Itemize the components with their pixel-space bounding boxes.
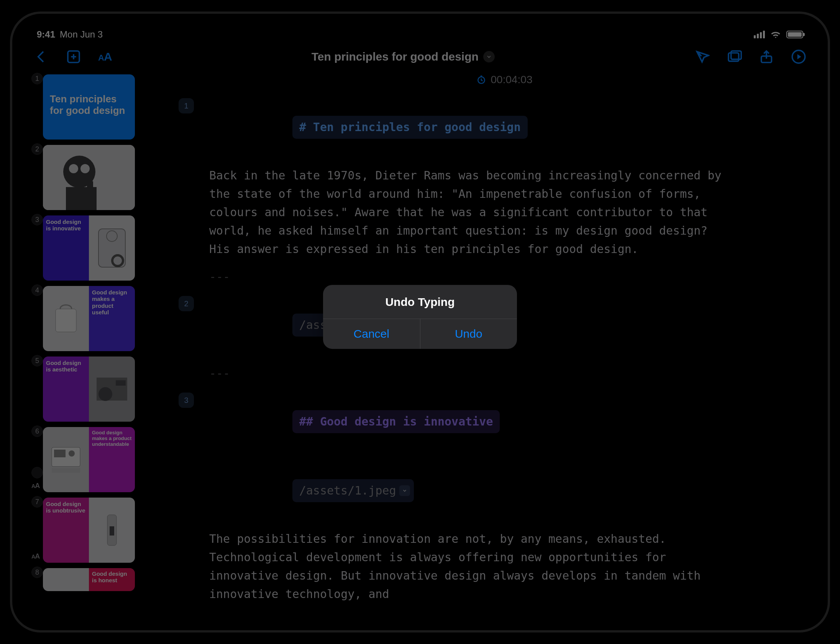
paragraph-text[interactable]: Back in the late 1970s, Dieter Rams was … <box>209 166 730 258</box>
status-date: Mon Jun 3 <box>60 29 103 40</box>
share-button[interactable] <box>759 49 774 64</box>
slide-badge <box>31 467 43 478</box>
toolbar: AA Ten principles for good design <box>25 42 815 71</box>
svg-rect-13 <box>87 181 93 197</box>
slide-number: 3 <box>31 214 43 225</box>
svg-point-11 <box>80 164 90 173</box>
slide-number: 6 <box>31 426 43 437</box>
document-title: Ten principles for good design <box>312 50 479 63</box>
cellular-signal-icon <box>754 31 765 38</box>
portrait-image <box>43 145 135 210</box>
dialog-title: Undo Typing <box>323 285 517 319</box>
document-title-button[interactable]: Ten principles for good design <box>127 50 679 63</box>
text-badge-icon: AA <box>31 482 39 490</box>
slide-thumbnail[interactable]: 3 Good design is innovative <box>33 215 152 281</box>
heading-1[interactable]: # Ten principles for good design <box>292 116 528 139</box>
slide-number: 8 <box>31 567 43 578</box>
slide-number: 7 <box>31 496 43 508</box>
slide-thumbnail[interactable]: 7 AA Good design is unobtrusive <box>33 498 152 563</box>
slide-thumbnail[interactable]: 2 <box>33 145 152 210</box>
wifi-icon <box>770 30 781 39</box>
svg-marker-7 <box>797 54 801 59</box>
svg-rect-17 <box>56 309 76 332</box>
slide-thumbnail[interactable]: 6 AA Good design makes a product underst… <box>33 427 152 492</box>
block-number: 2 <box>179 296 194 311</box>
svg-rect-20 <box>116 380 126 386</box>
chevron-down-icon[interactable] <box>399 485 410 496</box>
horizontal-rule[interactable]: --- <box>209 364 799 383</box>
text-format-button[interactable]: AA <box>98 50 112 63</box>
slide-thumbnail[interactable]: 5 Good design is aesthetic <box>33 356 152 422</box>
block-number: 3 <box>179 393 194 408</box>
chevron-down-icon <box>483 51 495 62</box>
slide-number: 1 <box>31 73 43 84</box>
block-number: 1 <box>179 98 194 113</box>
slide-number: 4 <box>31 284 43 296</box>
clock-icon <box>476 75 486 85</box>
media-button[interactable] <box>727 49 742 64</box>
slide-thumbnail[interactable]: 4 Good design makes a product useful <box>33 286 152 351</box>
play-button[interactable] <box>791 49 806 64</box>
undo-button[interactable]: Undo <box>420 319 517 349</box>
svg-point-24 <box>69 450 75 457</box>
text-badge-icon: AA <box>31 552 39 560</box>
status-indicators <box>754 30 803 39</box>
slide-number: 2 <box>31 143 43 155</box>
svg-point-19 <box>98 387 112 401</box>
undo-dialog: Undo Typing Cancel Undo <box>323 285 517 349</box>
presentation-timer[interactable]: 00:04:03 <box>209 74 799 86</box>
svg-point-10 <box>69 164 78 173</box>
slide-number: 5 <box>31 355 43 366</box>
paragraph-text[interactable]: The possibilities for innovation are not… <box>209 530 730 603</box>
svg-rect-26 <box>110 526 114 536</box>
cancel-button[interactable]: Cancel <box>323 319 420 349</box>
horizontal-rule[interactable]: --- <box>209 268 799 286</box>
themes-button[interactable] <box>694 49 710 64</box>
battery-icon <box>786 31 803 38</box>
timer-value: 00:04:03 <box>491 74 533 86</box>
svg-rect-22 <box>52 468 80 473</box>
heading-2[interactable]: ## Good design is innovative <box>292 410 500 433</box>
status-bar: 9:41 Mon Jun 3 <box>25 27 815 42</box>
slide-navigator[interactable]: 1 Ten principles for good design 2 <box>25 71 156 617</box>
add-slide-button[interactable] <box>66 49 81 64</box>
status-time: 9:41 <box>37 29 55 40</box>
back-button[interactable] <box>34 49 49 64</box>
asset-reference[interactable]: /assets/1.jpeg <box>292 479 414 502</box>
slide-thumbnail[interactable]: 1 Ten principles for good design <box>33 74 152 140</box>
slide-thumbnail[interactable]: 8 Good design is honest <box>33 568 152 591</box>
svg-rect-23 <box>54 450 66 457</box>
